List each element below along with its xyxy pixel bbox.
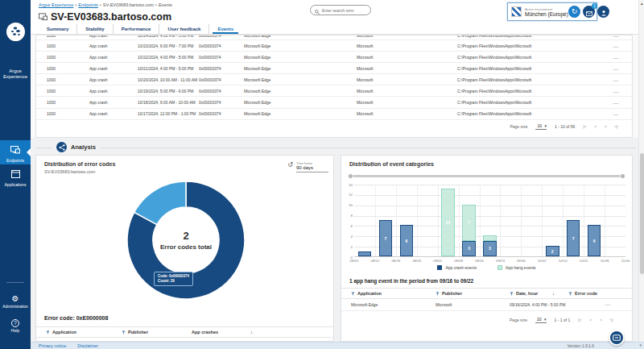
tab-performance[interactable]: Performance <box>113 24 159 34</box>
tab-stability[interactable]: Stability <box>76 24 112 34</box>
column-application[interactable]: Application <box>46 330 76 334</box>
sidebar-item-administration[interactable]: ⚙ Administration <box>0 289 31 314</box>
row-actions-button[interactable]: ... <box>605 301 624 306</box>
slider-handle-right[interactable] <box>620 173 625 179</box>
row-actions-button[interactable]: ... <box>612 100 632 105</box>
table-row[interactable]: 1000App crash10/23/2024, 6:00 PM - 7:00 … <box>36 40 632 52</box>
hang-table-row[interactable]: Microsoft Edge Microsoft 09/16/2024, 4:0… <box>341 299 632 311</box>
table-row[interactable]: 1000App crash10/21/2024, 4:00 PM - 5:00 … <box>36 63 632 74</box>
page-size-select[interactable]: 10▾ <box>535 123 547 130</box>
sidebar-item-label: Applications <box>5 182 27 187</box>
cell-date: 10/24/2024, 4:00 PM - 5:00 PM <box>138 35 199 38</box>
table-row[interactable]: 1000App crash10/22/2024, 4:00 PM - 5:00 … <box>36 52 632 63</box>
scroll-up-icon[interactable]: ▲ <box>640 2 643 6</box>
legend-item: App hang events <box>497 265 536 270</box>
bar-app-crash-events[interactable]: 6 <box>400 225 414 256</box>
row-actions-button[interactable]: ... <box>612 89 632 93</box>
row-actions-button[interactable]: ... <box>612 77 632 82</box>
table-row[interactable]: 1000App crash10/17/2024, 12:00 PM - 1:00… <box>36 109 632 120</box>
cell-publisher: Microsoft <box>357 77 457 82</box>
gridline <box>459 185 460 256</box>
analysis-section-title: Analysis <box>71 143 96 151</box>
feedback-widget-button[interactable] <box>609 330 625 346</box>
cell-type: App crash <box>89 89 138 93</box>
disclaimer-link[interactable]: Disclaimer <box>77 343 98 348</box>
filter-icon <box>46 330 50 334</box>
cell-publisher: Microsoft <box>357 55 457 60</box>
row-actions-button[interactable]: ... <box>612 66 632 71</box>
bar-app-crash-events[interactable]: 3 <box>483 241 497 256</box>
column-application[interactable]: Application <box>351 291 382 296</box>
cell-code: 0x00000374 <box>199 35 244 38</box>
bar-app-hang-events[interactable]: 13 <box>441 189 455 256</box>
breadcrumb-item[interactable]: Endpoints <box>78 2 97 7</box>
bar-app-crash-events[interactable]: 2 <box>546 246 559 256</box>
breadcrumb-item[interactable]: Argus Experience <box>39 2 73 7</box>
event-categories-bar-chart[interactable]: 0246810121408/0508/1208/1908/2609/0209/0… <box>354 185 625 257</box>
next-page-button[interactable]: > <box>600 318 602 322</box>
vertical-scrollbar[interactable]: ▲ <box>638 0 644 342</box>
next-page-button[interactable]: > <box>605 124 607 129</box>
cell-path: C:\Program Files\WindowsApps\Microsoft <box>457 44 612 48</box>
bar-app-hang-events[interactable]: 7 <box>462 205 476 241</box>
page-size-select[interactable]: 10▾ <box>535 317 547 323</box>
last-page-button[interactable]: >| <box>609 318 613 322</box>
bar-app-crash-events[interactable]: 3 <box>462 241 476 256</box>
search-box[interactable] <box>310 5 371 15</box>
cell-date: 10/17/2024, 12:00 PM - 1:00 PM <box>138 111 199 116</box>
first-page-button[interactable]: |< <box>583 124 586 129</box>
y-axis-tick: 6 <box>343 224 353 228</box>
y-axis-tick: 8 <box>343 214 353 218</box>
row-actions-button[interactable]: ... <box>612 55 632 60</box>
user-button[interactable] <box>597 6 609 18</box>
endpoints-icon <box>10 143 20 157</box>
tab-user-feedback[interactable]: User feedback <box>159 24 208 34</box>
bar-app-crash-events[interactable]: 6 <box>588 225 601 256</box>
prev-page-button[interactable]: < <box>594 124 597 129</box>
time-frame-select[interactable]: ↺ Time frame 90 days <box>287 161 328 172</box>
prev-page-button[interactable]: < <box>589 318 592 322</box>
cell-count: 1000 <box>47 100 89 105</box>
cell-code: 0x00000374 <box>199 89 244 93</box>
table-row[interactable]: 1000App crash10/19/2024, 5:00 PM - 6:00 … <box>36 85 632 97</box>
panel-title: Distribution of event categories <box>349 161 434 167</box>
search-input[interactable] <box>322 8 369 13</box>
bar-app-crash-events[interactable]: 7 <box>379 220 393 256</box>
sidebar-item-applications[interactable]: Applications <box>0 164 31 189</box>
row-actions-button[interactable]: ... <box>612 35 632 38</box>
first-page-button[interactable]: |< <box>578 318 581 322</box>
column-app-crashes[interactable]: App crashes <box>192 330 218 334</box>
messages-button[interactable]: 1 <box>583 6 595 18</box>
slider-handle-left[interactable] <box>348 173 353 179</box>
sidebar: Argus Experience Endpoints Applications … <box>0 0 31 349</box>
cell-app: Microsoft Edge <box>244 55 357 60</box>
analysis-icon <box>56 142 67 152</box>
sidebar-item-endpoints[interactable]: Endpoints <box>0 140 31 164</box>
table-row[interactable]: 1000App crash10/18/2024, 9:00 AM - 10:00… <box>36 97 632 108</box>
scrollbar-thumb[interactable] <box>640 153 644 274</box>
last-page-button[interactable]: >| <box>614 124 617 129</box>
breadcrumb-item: SV-EV03683.bartoso.com <box>103 2 154 7</box>
gear-icon: ⚙ <box>12 295 19 303</box>
sort-descending-icon[interactable]: ↓ <box>552 291 555 296</box>
x-axis-tick: 08/19 <box>386 259 406 263</box>
top-bar: Argus Experience•Endpoints•SV-EV03683.ba… <box>31 0 644 24</box>
tab-summary[interactable]: Summary <box>39 24 76 34</box>
bar-app-crash-events[interactable] <box>358 251 372 256</box>
column-date-hour[interactable]: Date, hour <box>510 291 538 296</box>
refresh-button[interactable]: ↻ <box>568 6 580 18</box>
column-error-code[interactable]: Error code <box>568 291 597 296</box>
filter-icon <box>510 292 514 296</box>
table-row[interactable]: 1000App crash10/20/2024, 10:00 AM - 11:0… <box>36 74 632 85</box>
row-actions-button[interactable]: ... <box>612 44 632 48</box>
privacy-notice-link[interactable]: Privacy notice <box>39 343 66 348</box>
bar-app-crash-events[interactable]: 7 <box>567 220 580 256</box>
column-publisher[interactable]: Publisher <box>122 330 148 334</box>
bar-app-hang-events[interactable] <box>483 235 497 240</box>
row-actions-button[interactable]: ... <box>612 111 632 116</box>
sort-descending-icon[interactable]: ↓ <box>250 330 253 334</box>
column-publisher[interactable]: Publisher <box>436 291 462 296</box>
sidebar-item-help[interactable]: ? Help <box>0 314 31 338</box>
chart-range-slider[interactable] <box>349 173 625 179</box>
tab-events[interactable]: Events <box>208 24 242 34</box>
